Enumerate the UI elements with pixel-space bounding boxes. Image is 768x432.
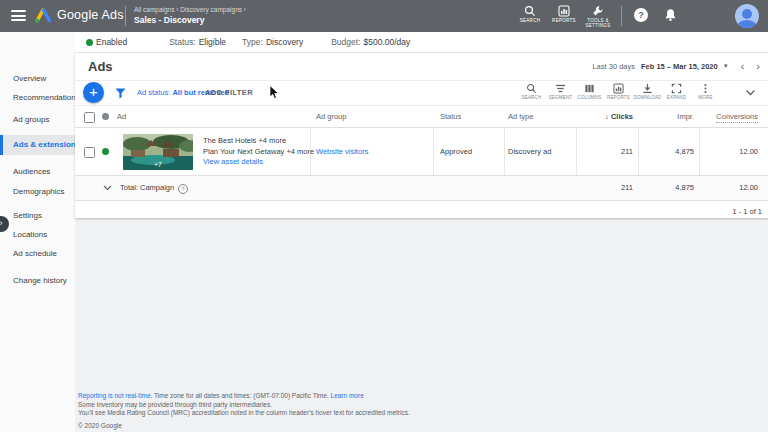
- sort-descending-icon: ↓: [605, 112, 609, 121]
- expand-label: EXPAND: [662, 95, 691, 100]
- page-footer: Reporting is not real-time. Time zone fo…: [78, 392, 410, 430]
- column-header-clicks[interactable]: ↓ Clicks: [576, 106, 633, 127]
- sidebar-item-demographics[interactable]: Demographics: [0, 183, 75, 201]
- menu-icon[interactable]: [11, 10, 26, 21]
- columns-button[interactable]: COLUMNS: [575, 83, 604, 100]
- campaign-enabled-chip[interactable]: Enabled: [86, 37, 127, 47]
- column-header-conversions[interactable]: Conversions: [699, 106, 763, 127]
- campaign-type-chip[interactable]: Type: Discovery: [242, 37, 303, 47]
- date-next-button[interactable]: ›: [756, 61, 760, 71]
- thumbnail-more-badge: +7: [154, 161, 161, 168]
- help-icon[interactable]: ?: [634, 8, 648, 22]
- google-ads-logo-icon[interactable]: [34, 7, 53, 25]
- date-range-value[interactable]: Feb 15 – Mar 15, 2020: [641, 62, 718, 71]
- date-range-control: Last 30 days Feb 15 – Mar 15, 2020 ▼ ‹ ›: [592, 52, 760, 80]
- column-header-ad-group[interactable]: Ad group: [316, 106, 346, 127]
- date-prev-button[interactable]: ‹: [741, 61, 745, 71]
- ads-card: Ads Last 30 days Feb 15 – Mar 15, 2020 ▼…: [75, 52, 768, 218]
- topbar-reports-label: REPORTS: [546, 18, 582, 23]
- column-divider: [433, 128, 434, 175]
- breadcrumb-path[interactable]: All campaigns › Discovery campaigns ›: [134, 5, 246, 15]
- reporting-link[interactable]: Reporting is not real-time.: [78, 392, 152, 399]
- filter-toolbar: + Ad status: All but removed ADD FILTER …: [75, 81, 768, 106]
- row-checkbox[interactable]: [84, 147, 95, 158]
- notifications-button[interactable]: [652, 8, 688, 22]
- campaign-budget-chip[interactable]: Budget: $500.00/day: [331, 37, 410, 47]
- add-filter-button[interactable]: ADD FILTER: [205, 81, 253, 105]
- view-asset-details-link[interactable]: View asset details: [203, 157, 314, 168]
- ad-thumbnail[interactable]: +7: [123, 134, 193, 170]
- product-name[interactable]: Google Ads: [57, 8, 124, 22]
- pagination-row: 1 - 1 of 1: [75, 201, 768, 223]
- total-impressions: 4,875: [638, 176, 694, 200]
- footer-line-3: You'll see Media Rating Council (MRC) ac…: [78, 409, 410, 418]
- tools-settings-icon: [592, 5, 604, 17]
- expand-icon: [671, 83, 682, 94]
- sidebar-item-ad-schedule[interactable]: Ad schedule: [0, 245, 75, 263]
- table-search-label: SEARCH: [517, 95, 546, 100]
- reports-button[interactable]: REPORTS: [604, 83, 633, 100]
- column-divider: [504, 128, 505, 175]
- column-header-ad[interactable]: Ad: [117, 106, 126, 127]
- topbar-reports-button[interactable]: REPORTS: [546, 5, 582, 23]
- topbar-search-label: SEARCH: [512, 18, 548, 23]
- sidebar-item-settings[interactable]: Settings: [0, 207, 75, 225]
- collapse-toolbar-chevron-icon[interactable]: [745, 89, 756, 96]
- ad-status-value: Approved: [440, 128, 472, 175]
- sidebar-item-ads-extensions[interactable]: Ads & extensions: [0, 135, 75, 155]
- sidebar-item-recommendations[interactable]: Recommendations: [0, 89, 75, 107]
- topbar-tools-label: TOOLS & SETTINGS: [580, 18, 616, 28]
- expand-button[interactable]: EXPAND: [662, 83, 691, 100]
- type-label: Type:: [242, 37, 263, 47]
- ad-group-link[interactable]: Website visitors: [316, 128, 368, 175]
- ad-headline: The Best Hotels +4 more: [203, 136, 314, 147]
- campaign-status-chip[interactable]: Status: Eligible: [169, 37, 226, 47]
- enabled-label: Enabled: [96, 37, 127, 47]
- account-avatar[interactable]: [735, 4, 759, 28]
- segment-button[interactable]: SEGMENT: [546, 83, 575, 100]
- ad-table-row: +7 The Best Hotels +4 more Plan Your Nex…: [75, 128, 768, 176]
- avatar-body: [737, 20, 757, 28]
- download-label: DOWNLOAD: [633, 95, 662, 100]
- avatar-head: [742, 9, 752, 19]
- sidebar-item-change-history[interactable]: Change history: [0, 272, 75, 290]
- sidebar-item-locations[interactable]: Locations: [0, 226, 75, 244]
- select-all-checkbox[interactable]: [84, 112, 95, 123]
- total-label-text: Total: Campaign: [120, 183, 174, 192]
- ad-headline-2: Plan Your Next Getaway +4 more: [203, 147, 314, 158]
- chevron-down-icon[interactable]: ▼: [723, 63, 729, 69]
- column-header-impr[interactable]: Impr.: [638, 106, 694, 127]
- ad-type-value: Discovery ad: [508, 128, 551, 175]
- filter-icon[interactable]: [115, 88, 126, 99]
- column-header-status[interactable]: Status: [440, 106, 461, 127]
- sidebar-item-ad-groups[interactable]: Ad groups: [0, 111, 75, 129]
- conversions-value: 12.00: [699, 128, 763, 175]
- reports-label: REPORTS: [604, 95, 633, 100]
- topbar-tools-button[interactable]: TOOLS & SETTINGS: [580, 5, 616, 28]
- top-bar: Google Ads All campaigns › Discovery cam…: [0, 0, 768, 32]
- clicks-value: 211: [576, 128, 633, 175]
- column-header-ad-type[interactable]: Ad type: [508, 106, 533, 127]
- pagination-label: 1 - 1 of 1: [732, 201, 762, 223]
- total-expand-chevron-icon[interactable]: [103, 185, 112, 191]
- download-button[interactable]: DOWNLOAD: [633, 83, 662, 100]
- sidebar-item-audiences[interactable]: Audiences: [0, 163, 75, 181]
- footer-line-2: Some inventory may be provided through t…: [78, 401, 410, 410]
- breadcrumb[interactable]: All campaigns › Discovery campaigns › Sa…: [134, 5, 246, 25]
- add-ad-button[interactable]: +: [83, 82, 104, 103]
- more-button[interactable]: MORE: [691, 83, 720, 100]
- total-help-icon[interactable]: ?: [178, 184, 188, 194]
- learn-more-link[interactable]: Learn more: [331, 392, 364, 399]
- enabled-dot-icon: [86, 39, 93, 46]
- topbar-search-button[interactable]: SEARCH: [512, 5, 548, 23]
- reports-icon: [613, 83, 624, 94]
- topbar-divider: [621, 6, 622, 26]
- sidebar-item-overview[interactable]: Overview: [0, 70, 75, 88]
- reports-icon: [558, 5, 570, 17]
- status-value: Eligible: [199, 37, 226, 47]
- budget-label: Budget:: [331, 37, 360, 47]
- table-search-button[interactable]: SEARCH: [517, 83, 546, 100]
- total-row: Total: Campaign? 211 4,875 12.00: [75, 176, 768, 201]
- total-conversions: 12.00: [699, 176, 763, 200]
- table-header: Ad Ad group Status Ad type ↓ Clicks Impr…: [75, 106, 768, 128]
